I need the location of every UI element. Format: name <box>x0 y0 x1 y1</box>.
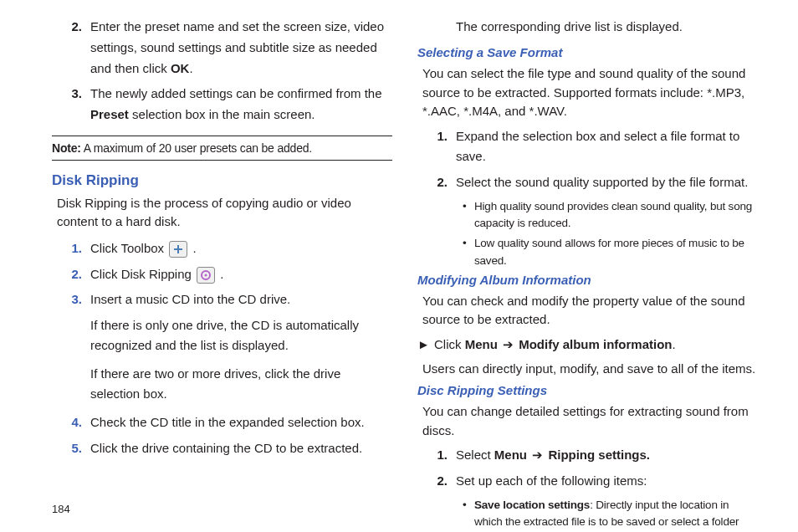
svg-point-1 <box>205 274 207 276</box>
step-text: Click the drive containing the CD to be … <box>90 438 392 459</box>
save-format-intro: You can select the file type and sound q… <box>417 64 758 121</box>
ripping-settings-step-1: 1. Select Menu ➔ Ripping settings. <box>434 445 758 466</box>
subheading-album-info: Modifying Album Information <box>417 273 758 287</box>
toolbox-icon <box>169 241 187 258</box>
note-text: A maximum of 20 user presets can be adde… <box>81 141 312 155</box>
ripping-step-3-note-b: If there are two or more drives, click t… <box>52 364 392 404</box>
step-number: 2. <box>434 471 456 492</box>
quality-bullet-low: • Low quality sound allows for more piec… <box>417 235 758 269</box>
bullet-icon: • <box>463 235 474 269</box>
ripping-step-2: 2. Click Disk Ripping . <box>69 264 392 285</box>
step-number: 4. <box>69 412 90 433</box>
right-column: The corresponding drive list is displaye… <box>417 17 758 532</box>
disk-ripping-intro: Disk Ripping is the process of copying a… <box>52 194 392 232</box>
ripping-step-1: 1. Click Toolbox . <box>69 238 392 259</box>
subheading-save-format: Selecting a Save Format <box>417 45 758 59</box>
step-number: 5. <box>69 438 90 459</box>
bullet-icon: • <box>463 198 474 233</box>
disk-ripping-icon <box>197 267 215 284</box>
ripping-step-4: 4. Check the CD title in the expanded se… <box>69 412 392 433</box>
save-location-bullet: • Save location settings: Directly input… <box>417 497 758 532</box>
quality-bullet-high: • High quality sound provides clean soun… <box>417 198 758 233</box>
step-text: Select Menu ➔ Ripping settings. <box>456 445 758 466</box>
step-text: Check the CD title in the expanded selec… <box>90 412 392 433</box>
album-info-intro: You can check and modify the property va… <box>417 292 758 330</box>
step-text: Insert a music CD into the CD drive. <box>90 289 392 310</box>
step-number: 2. <box>434 172 456 193</box>
step-number: 3. <box>69 84 90 125</box>
save-step-2: 2. Select the sound quality supported by… <box>434 172 758 193</box>
page-number: 184 <box>52 503 70 515</box>
step-text: Select the sound quality supported by th… <box>456 172 758 193</box>
arrow-right-icon: ► <box>417 335 434 355</box>
continued-text: The corresponding drive list is displaye… <box>417 17 758 37</box>
step-text: Expand the selection box and select a fi… <box>456 126 758 168</box>
step-number: 1. <box>434 126 456 168</box>
note-label: Note: <box>52 141 81 155</box>
step-number: 1. <box>69 238 90 259</box>
step-text: Click Toolbox . <box>90 238 392 259</box>
ripping-settings-step-2: 2. Set up each of the following items: <box>434 471 758 492</box>
ripping-step-3: 3. Insert a music CD into the CD drive. <box>69 289 392 310</box>
subheading-ripping-settings: Disc Ripping Settings <box>417 383 758 397</box>
note-block: Note: A maximum of 20 user presets can b… <box>52 136 392 161</box>
bullet-icon: • <box>463 497 474 532</box>
step-text: The newly added settings can be confirme… <box>90 84 392 125</box>
left-column: 2. Enter the preset name and set the scr… <box>52 17 392 532</box>
arrow-icon: ➔ <box>529 448 546 462</box>
step-number: 1. <box>434 445 456 466</box>
preset-step-2: 2. Enter the preset name and set the scr… <box>69 17 392 79</box>
ripping-step-3-note-a: If there is only one drive, the CD is au… <box>52 315 392 356</box>
album-info-users: Users can directly input, modify, and sa… <box>417 360 758 379</box>
save-step-1: 1. Expand the selection box and select a… <box>434 126 758 168</box>
album-info-action: ► Click Menu ➔ Modify album information. <box>417 335 758 355</box>
step-number: 3. <box>69 289 90 310</box>
step-text: Click Disk Ripping . <box>90 264 392 285</box>
step-number: 2. <box>69 264 90 285</box>
preset-step-3: 3. The newly added settings can be confi… <box>69 84 392 125</box>
step-number: 2. <box>69 17 90 79</box>
ripping-settings-intro: You can change detailed settings for ext… <box>417 402 758 440</box>
step-text: Enter the preset name and set the screen… <box>90 17 392 79</box>
ripping-step-5: 5. Click the drive containing the CD to … <box>69 438 392 459</box>
arrow-icon: ➔ <box>499 337 517 351</box>
step-text: Set up each of the following items: <box>456 471 758 492</box>
section-heading-disk-ripping: Disk Ripping <box>52 172 392 189</box>
